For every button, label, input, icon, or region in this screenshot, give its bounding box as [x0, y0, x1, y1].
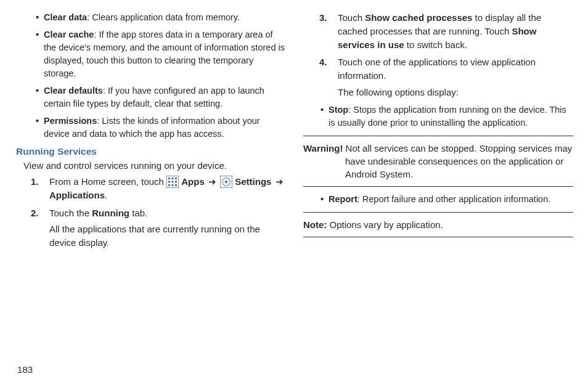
step-number: 3. [319, 11, 327, 25]
step-text: tab. [129, 208, 147, 218]
svg-point-12 [225, 181, 228, 184]
term-label: Clear data [44, 12, 87, 22]
term-label: Clear cache [44, 30, 94, 39]
apps-label: Apps [181, 176, 207, 187]
note-box: Note: Options vary by application. [303, 212, 573, 237]
warning-box: Warning! Not all services can be stopped… [303, 136, 573, 187]
step-number: 2. [31, 206, 39, 220]
step-item: 2. Touch the Running tab. All the applic… [26, 206, 285, 250]
apps-grid-icon [166, 176, 179, 188]
step-text: Touch one of the applications to view ap… [338, 57, 536, 81]
step-text: to switch back. [404, 39, 468, 50]
bold-phrase: Show cached processes [365, 12, 472, 23]
term-label: Clear defaults [44, 86, 103, 96]
options-list: Stop: Stops the application from running… [303, 104, 573, 129]
warning-label: Warning! [303, 143, 346, 153]
step-item: 4. Touch one of the applications to view… [314, 55, 573, 99]
step-text: Touch the [49, 208, 92, 218]
svg-rect-2 [172, 178, 174, 179]
left-column: Clear data: Clears application data from… [15, 11, 285, 254]
steps-list: 1. From a Home screen, touch Apps ➔ [15, 175, 285, 250]
term-label: Stop [329, 105, 348, 115]
arrow-icon: ➔ [274, 175, 285, 189]
steps-list: 3. Touch Show cached processes to displa… [303, 11, 573, 99]
step-number: 1. [31, 175, 39, 189]
svg-rect-7 [168, 184, 170, 186]
step-text: From a Home screen, touch [49, 176, 166, 187]
right-column: 3. Touch Show cached processes to displa… [303, 11, 573, 254]
svg-rect-3 [175, 178, 177, 179]
page-number: 183 [17, 364, 33, 375]
list-item: Clear defaults: If you have configured a… [38, 84, 285, 110]
svg-rect-8 [172, 184, 174, 186]
svg-rect-9 [175, 184, 177, 186]
term-desc: : Clears application data from memory. [87, 12, 240, 22]
svg-rect-1 [168, 178, 170, 179]
svg-rect-6 [175, 181, 177, 183]
list-item: Clear cache: If the app stores data in a… [38, 28, 285, 80]
step-number: 4. [319, 55, 327, 69]
period: . [105, 190, 107, 200]
running-label: Running [92, 208, 129, 218]
note-label: Note: [303, 219, 330, 230]
intro-text: View and control services running on you… [23, 160, 285, 171]
definitions-list: Clear data: Clears application data from… [15, 11, 285, 141]
step-text: Touch [338, 12, 365, 23]
svg-rect-5 [172, 181, 174, 183]
options-list: Report: Report failure and other applica… [303, 193, 573, 206]
term-desc: : Stops the application from running on … [329, 105, 566, 128]
term-desc: : Report failure and other application i… [357, 194, 551, 204]
arrow-icon: ➔ [207, 175, 218, 189]
list-item: Clear data: Clears application data from… [38, 11, 285, 24]
step-item: 1. From a Home screen, touch Apps ➔ [26, 175, 285, 202]
note-text: Options vary by application. [330, 219, 443, 230]
term-label: Report [329, 194, 357, 204]
svg-rect-4 [168, 181, 170, 183]
settings-label: Settings [235, 176, 274, 187]
applications-label: Applications [49, 190, 105, 200]
page-columns: Clear data: Clears application data from… [15, 11, 573, 254]
list-item: Stop: Stops the application from running… [323, 104, 573, 129]
step-item: 3. Touch Show cached processes to displa… [314, 11, 573, 51]
step-sub-text: The following options display: [338, 86, 573, 99]
list-item: Permissions: Lists the kinds of informat… [38, 115, 285, 141]
settings-gear-icon [220, 176, 232, 188]
section-heading: Running Services [16, 146, 285, 157]
term-label: Permissions [44, 116, 97, 126]
warning-text: Not all services can be stopped. Stoppin… [345, 143, 572, 179]
list-item: Report: Report failure and other applica… [323, 193, 573, 206]
step-sub-text: All the applications that are currently … [49, 223, 285, 250]
